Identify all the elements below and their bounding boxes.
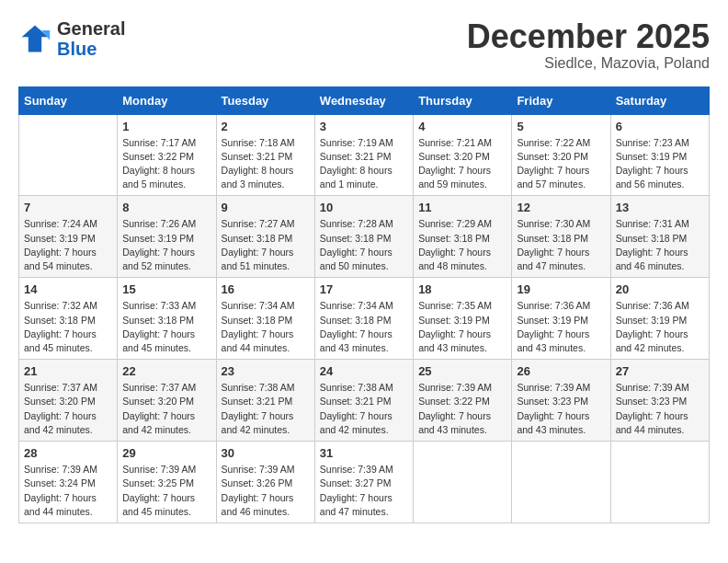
cell-text: Daylight: 7 hours xyxy=(222,409,310,423)
cell-text: and 44 minutes. xyxy=(616,423,704,437)
cell-text: Daylight: 7 hours xyxy=(122,327,210,341)
cell-text: and 45 minutes. xyxy=(122,505,210,519)
cell-text: Sunrise: 7:18 AM xyxy=(222,136,310,150)
cell-text: Daylight: 7 hours xyxy=(616,409,704,423)
day-number: 12 xyxy=(517,201,605,214)
cell-text: Sunset: 3:19 PM xyxy=(418,314,506,327)
cell-text: Sunrise: 7:37 AM xyxy=(122,381,210,395)
day-cell xyxy=(414,442,512,523)
day-cell: 18Sunrise: 7:35 AMSunset: 3:19 PMDayligh… xyxy=(414,278,512,360)
day-number: 6 xyxy=(616,120,704,133)
cell-text: Daylight: 7 hours xyxy=(418,246,506,259)
week-row-2: 7Sunrise: 7:24 AMSunset: 3:19 PMDaylight… xyxy=(19,196,710,278)
day-cell: 4Sunrise: 7:21 AMSunset: 3:20 PMDaylight… xyxy=(414,114,512,196)
cell-text: and 44 minutes. xyxy=(24,505,112,519)
cell-text: Sunrise: 7:29 AM xyxy=(418,217,506,231)
day-number: 28 xyxy=(24,446,112,460)
cell-text: and 42 minutes. xyxy=(222,423,310,437)
day-number: 27 xyxy=(616,364,704,378)
day-number: 26 xyxy=(517,364,605,378)
day-cell: 6Sunrise: 7:23 AMSunset: 3:19 PMDaylight… xyxy=(610,114,709,196)
col-header-wednesday: Wednesday xyxy=(314,86,413,114)
title-block: December 2025 Siedlce, Mazovia, Poland xyxy=(467,18,710,72)
cell-text: Sunrise: 7:22 AM xyxy=(517,136,605,150)
day-cell: 28Sunrise: 7:39 AMSunset: 3:24 PMDayligh… xyxy=(19,442,118,523)
cell-text: Sunset: 3:19 PM xyxy=(616,150,704,164)
cell-text: Sunset: 3:21 PM xyxy=(222,395,310,408)
cell-text: Sunrise: 7:28 AM xyxy=(320,217,408,231)
cell-text: Daylight: 7 hours xyxy=(320,327,408,341)
day-cell: 14Sunrise: 7:32 AMSunset: 3:18 PMDayligh… xyxy=(19,278,118,360)
day-number: 9 xyxy=(222,201,310,214)
cell-text: and 47 minutes. xyxy=(320,505,408,519)
week-row-4: 21Sunrise: 7:37 AMSunset: 3:20 PMDayligh… xyxy=(19,360,710,442)
cell-text: and 54 minutes. xyxy=(24,259,112,273)
cell-text: and 46 minutes. xyxy=(616,259,704,273)
day-cell: 8Sunrise: 7:26 AMSunset: 3:19 PMDaylight… xyxy=(118,196,216,278)
day-cell: 15Sunrise: 7:33 AMSunset: 3:18 PMDayligh… xyxy=(118,278,216,360)
day-cell xyxy=(610,442,709,523)
cell-text: Sunrise: 7:31 AM xyxy=(616,217,704,231)
cell-text: and 3 minutes. xyxy=(222,178,310,191)
header-row: SundayMondayTuesdayWednesdayThursdayFrid… xyxy=(19,86,710,114)
cell-text: Daylight: 7 hours xyxy=(517,164,605,178)
cell-text: and 42 minutes. xyxy=(616,341,704,355)
cell-text: Sunrise: 7:27 AM xyxy=(222,217,310,231)
cell-text: Daylight: 7 hours xyxy=(122,409,210,423)
cell-text: Daylight: 7 hours xyxy=(320,409,408,423)
cell-text: and 45 minutes. xyxy=(122,341,210,355)
logo-icon xyxy=(18,22,51,55)
cell-text: and 43 minutes. xyxy=(320,341,408,355)
cell-text: Sunset: 3:19 PM xyxy=(517,314,605,327)
month-title: December 2025 xyxy=(467,18,710,55)
day-number: 31 xyxy=(320,446,408,460)
cell-text: and 52 minutes. xyxy=(122,259,210,273)
day-cell: 10Sunrise: 7:28 AMSunset: 3:18 PMDayligh… xyxy=(314,196,413,278)
col-header-tuesday: Tuesday xyxy=(216,86,314,114)
day-cell: 22Sunrise: 7:37 AMSunset: 3:20 PMDayligh… xyxy=(118,360,216,442)
day-number: 21 xyxy=(24,364,112,378)
cell-text: Sunrise: 7:39 AM xyxy=(418,381,506,395)
day-cell: 30Sunrise: 7:39 AMSunset: 3:26 PMDayligh… xyxy=(216,442,314,523)
day-number: 10 xyxy=(320,201,408,214)
day-number: 29 xyxy=(122,446,210,460)
cell-text: Sunset: 3:23 PM xyxy=(517,395,605,408)
day-number: 1 xyxy=(122,120,210,133)
day-number: 22 xyxy=(122,364,210,378)
cell-text: Sunrise: 7:17 AM xyxy=(122,136,210,150)
cell-text: and 57 minutes. xyxy=(517,178,605,191)
cell-text: and 42 minutes. xyxy=(122,423,210,437)
day-cell: 19Sunrise: 7:36 AMSunset: 3:19 PMDayligh… xyxy=(512,278,610,360)
day-cell: 1Sunrise: 7:17 AMSunset: 3:22 PMDaylight… xyxy=(118,114,216,196)
cell-text: and 43 minutes. xyxy=(418,423,506,437)
cell-text: Daylight: 7 hours xyxy=(320,246,408,259)
day-cell: 7Sunrise: 7:24 AMSunset: 3:19 PMDaylight… xyxy=(19,196,118,278)
day-number: 7 xyxy=(24,201,112,214)
day-cell: 17Sunrise: 7:34 AMSunset: 3:18 PMDayligh… xyxy=(314,278,413,360)
day-number: 3 xyxy=(320,120,408,133)
cell-text: Sunrise: 7:39 AM xyxy=(24,463,112,477)
cell-text: Sunset: 3:20 PM xyxy=(517,150,605,164)
day-number: 19 xyxy=(517,282,605,296)
svg-marker-0 xyxy=(22,26,49,52)
cell-text: Sunset: 3:22 PM xyxy=(122,150,210,164)
cell-text: and 56 minutes. xyxy=(616,178,704,191)
cell-text: Sunrise: 7:39 AM xyxy=(222,463,310,477)
cell-text: Sunset: 3:26 PM xyxy=(222,477,310,490)
cell-text: Daylight: 7 hours xyxy=(122,246,210,259)
cell-text: Sunset: 3:18 PM xyxy=(222,314,310,327)
cell-text: Sunset: 3:27 PM xyxy=(320,477,408,490)
day-cell: 29Sunrise: 7:39 AMSunset: 3:25 PMDayligh… xyxy=(118,442,216,523)
cell-text: and 47 minutes. xyxy=(517,259,605,273)
cell-text: Sunrise: 7:39 AM xyxy=(122,463,210,477)
day-cell: 27Sunrise: 7:39 AMSunset: 3:23 PMDayligh… xyxy=(610,360,709,442)
cell-text: Sunrise: 7:37 AM xyxy=(24,381,112,395)
day-number: 8 xyxy=(122,201,210,214)
cell-text: Sunset: 3:19 PM xyxy=(24,232,112,246)
cell-text: Daylight: 7 hours xyxy=(24,491,112,505)
cell-text: and 48 minutes. xyxy=(418,259,506,273)
cell-text: Sunset: 3:23 PM xyxy=(616,395,704,408)
cell-text: Sunrise: 7:30 AM xyxy=(517,217,605,231)
day-number: 17 xyxy=(320,282,408,296)
cell-text: Daylight: 7 hours xyxy=(320,491,408,505)
